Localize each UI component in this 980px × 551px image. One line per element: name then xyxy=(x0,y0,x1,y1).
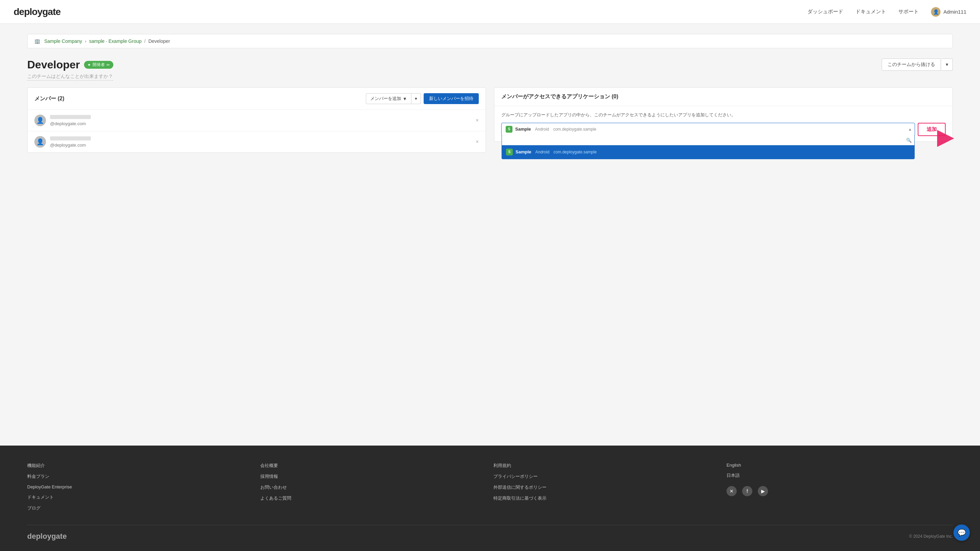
app-select-arrow-icon: ▲ xyxy=(908,127,912,131)
breadcrumb-sep-2: / xyxy=(144,38,146,44)
footer-link-faq[interactable]: よくあるご質問 xyxy=(260,495,487,501)
app-selected-platform: Android xyxy=(535,127,549,132)
search-icon: 🔍 xyxy=(906,138,912,143)
leave-team-dropdown-button[interactable]: ▼ xyxy=(942,59,953,71)
chat-button[interactable]: 💬 xyxy=(953,524,970,541)
footer-columns: 機能紹介 料金プラン DeployGate Enterprise ドキュメント … xyxy=(27,462,953,511)
footer-link-features[interactable]: 機能紹介 xyxy=(27,462,253,469)
youtube-icon[interactable]: ▶ xyxy=(758,486,768,496)
app-icon: S xyxy=(506,126,512,133)
footer-link-japanese[interactable]: 日本語 xyxy=(727,472,953,478)
apps-description: グループにアップロードしたアプリの中から、このチームがアクセスできるようにしたい… xyxy=(495,106,953,123)
add-member-arrow-button[interactable]: ▼ xyxy=(411,93,421,104)
dropdown-app-icon: S xyxy=(506,149,513,156)
header: deploygate ダッシュボード ドキュメント サポート 👤 Admin11… xyxy=(0,0,980,24)
footer-col-3: 利用規約 プライバシーポリシー 外部送信に関するポリシー 特定商取引法に基づく表… xyxy=(493,462,720,511)
app-dropdown-item[interactable]: S Sample Android com.deploygate.sample xyxy=(502,145,914,159)
twitter-icon[interactable]: ✕ xyxy=(727,486,737,496)
footer-link-pricing[interactable]: 料金プラン xyxy=(27,473,253,480)
apps-panel-header: メンバーがアクセスできるアプリケーション (0) xyxy=(495,88,953,106)
breadcrumb-current: Developer xyxy=(148,38,170,44)
member-remove-button-2[interactable]: × xyxy=(476,139,479,145)
footer-link-careers[interactable]: 採用情報 xyxy=(260,473,487,480)
breadcrumb: 🏢 Sample Company › sample · Example Grou… xyxy=(27,34,953,48)
member-avatar: 👤 xyxy=(34,114,46,126)
app-search-input[interactable] xyxy=(504,138,905,143)
dropdown-app-package: com.deploygate.sample xyxy=(554,150,597,154)
apps-panel: メンバーがアクセスできるアプリケーション (0) グループにアップロードしたアプ… xyxy=(494,87,953,142)
invite-member-button[interactable]: 新しいメンバーを招待 xyxy=(424,93,479,104)
member-row-2: 👤 @deploygate.com × xyxy=(27,131,485,152)
badge-label: 開発者 xyxy=(92,62,105,68)
badge-edit-button[interactable]: ✏ xyxy=(107,63,110,67)
add-member-label: メンバーを追加 xyxy=(370,95,401,102)
nav-dashboard[interactable]: ダッシュボード xyxy=(808,8,843,15)
footer-link-blog[interactable]: ブログ xyxy=(27,505,253,511)
logo-light: deploy xyxy=(14,6,42,17)
footer-link-privacy[interactable]: プライバシーポリシー xyxy=(493,473,720,480)
breadcrumb-company-icon: 🏢 xyxy=(34,38,40,44)
footer-bottom: deploygate © 2024 DeployGate Inc. xyxy=(27,525,953,541)
members-panel: メンバー (2) メンバーを追加 ▼ ▼ 新しいメンバーを招待 👤 xyxy=(27,87,486,153)
badge-star-icon: ★ xyxy=(88,63,91,67)
footer-link-about[interactable]: 会社概要 xyxy=(260,462,487,469)
app-select-container[interactable]: S Sample Android com.deploygate.sample ▲… xyxy=(501,123,915,136)
facebook-icon[interactable]: f xyxy=(742,486,752,496)
content-grid: メンバー (2) メンバーを追加 ▼ ▼ 新しいメンバーを招待 👤 xyxy=(27,87,953,153)
app-dropdown: 🔍 S Sample Android com.deploygate.sample xyxy=(501,136,915,159)
members-panel-title: メンバー (2) xyxy=(34,95,64,102)
social-links: ✕ f ▶ xyxy=(727,486,953,496)
apps-panel-title: メンバーがアクセスできるアプリケーション (0) xyxy=(501,94,618,99)
leave-team-area: このチームから抜ける ▼ xyxy=(882,59,953,71)
add-member-button[interactable]: メンバーを追加 ▼ xyxy=(366,93,411,104)
member-avatar-2: 👤 xyxy=(34,136,46,148)
footer-logo-light: deploy xyxy=(27,532,51,540)
page-header: Developer ★ 開発者 ✏ このチームはどんなことが出来ますか？ このチ… xyxy=(27,59,953,81)
footer-logo-bold: gate xyxy=(51,532,67,540)
footer-col-4: English 日本語 ✕ f ▶ xyxy=(727,462,953,511)
developer-badge: ★ 開発者 ✏ xyxy=(84,61,113,69)
logo-bold: gate xyxy=(42,6,60,17)
main-content: 🏢 Sample Company › sample · Example Grou… xyxy=(0,24,980,446)
member-email-2: @deploygate.com xyxy=(50,143,472,148)
member-info-2: @deploygate.com xyxy=(50,137,472,148)
page-title: Developer xyxy=(27,59,80,71)
nav-docs[interactable]: ドキュメント xyxy=(856,8,886,15)
footer-link-contact[interactable]: お問い合わせ xyxy=(260,484,487,491)
footer-link-external[interactable]: 外部送信に関するポリシー xyxy=(493,484,720,491)
footer-link-enterprise[interactable]: DeployGate Enterprise xyxy=(27,484,253,489)
footer-logo: deploygate xyxy=(27,532,67,541)
member-row: 👤 @deploygate.com × xyxy=(27,110,485,131)
nav-support[interactable]: サポート xyxy=(898,8,919,15)
logo[interactable]: deploygate xyxy=(14,6,60,17)
add-app-button[interactable]: 追加 xyxy=(918,123,946,136)
app-selected-name: Sample xyxy=(515,127,531,132)
footer-link-docs[interactable]: ドキュメント xyxy=(27,494,253,500)
footer-link-terms[interactable]: 利用規約 xyxy=(493,462,720,469)
footer-link-english[interactable]: English xyxy=(727,462,953,468)
footer-col-2: 会社概要 採用情報 お問い合わせ よくあるご質問 xyxy=(260,462,487,511)
app-selected-package: com.deploygate.sample xyxy=(553,127,597,132)
dropdown-app-platform: Android xyxy=(535,150,549,154)
user-menu[interactable]: 👤 Admin111 xyxy=(931,7,966,17)
copyright: © 2024 DeployGate Inc. xyxy=(909,534,953,539)
user-avatar-icon: 👤 xyxy=(931,7,940,17)
member-email-1: @deploygate.com xyxy=(50,121,472,126)
add-member-chevron-icon: ▼ xyxy=(402,96,407,102)
app-select-selected[interactable]: S Sample Android com.deploygate.sample ▲ xyxy=(501,123,915,135)
member-info: @deploygate.com xyxy=(50,115,472,126)
breadcrumb-group[interactable]: sample · Example Group xyxy=(89,38,142,44)
footer: 機能紹介 料金プラン DeployGate Enterprise ドキュメント … xyxy=(0,446,980,551)
main-nav: ダッシュボード ドキュメント サポート 👤 Admin111 xyxy=(808,7,966,17)
members-panel-actions: メンバーを追加 ▼ ▼ 新しいメンバーを招待 xyxy=(366,93,479,104)
page-subtitle[interactable]: このチームはどんなことが出来ますか？ xyxy=(27,73,113,81)
member-name-placeholder-2 xyxy=(50,137,91,140)
footer-link-commerce[interactable]: 特定商取引法に基づく表示 xyxy=(493,495,720,501)
members-panel-header: メンバー (2) メンバーを追加 ▼ ▼ 新しいメンバーを招待 xyxy=(27,88,485,110)
footer-col-1: 機能紹介 料金プラン DeployGate Enterprise ドキュメント … xyxy=(27,462,253,511)
app-selector-row: S Sample Android com.deploygate.sample ▲… xyxy=(495,123,953,141)
breadcrumb-company[interactable]: Sample Company xyxy=(44,38,82,44)
breadcrumb-sep-1: › xyxy=(85,38,86,44)
member-remove-button-1[interactable]: × xyxy=(476,118,479,124)
leave-team-button[interactable]: このチームから抜ける xyxy=(882,59,941,71)
